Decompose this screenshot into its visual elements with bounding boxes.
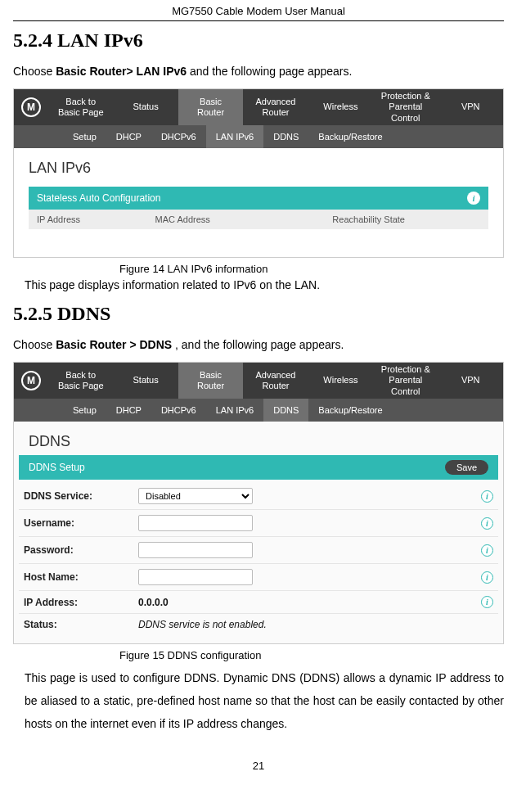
topnav-wireless[interactable]: Wireless [308, 363, 373, 399]
save-button[interactable]: Save [445, 460, 488, 475]
info-icon[interactable]: i [467, 192, 480, 205]
section-heading-ddns: 5.2.5 DDNS [13, 303, 504, 325]
screenshot-ddns: M Back toBasic Page Status BasicRouter A… [13, 362, 504, 644]
topnav-back[interactable]: Back toBasic Page [48, 89, 113, 125]
header-rule [13, 20, 504, 21]
topnav-wireless[interactable]: Wireless [308, 89, 373, 125]
subnav-backup[interactable]: Backup/Restore [308, 125, 392, 148]
info-icon[interactable]: i [481, 544, 493, 557]
topnav-vpn[interactable]: VPN [438, 89, 503, 125]
col-mac: MAC Address [155, 214, 333, 224]
nav-line1: VPN [461, 375, 480, 386]
logo-cell[interactable]: M [14, 363, 48, 399]
section-heading-lanipv6: 5.2.4 LAN IPv6 [13, 29, 504, 52]
ddns-setup-header: DDNS Setup Save [19, 455, 498, 480]
nav-line1: Back to [65, 97, 96, 107]
nav-line1: Advanced [256, 97, 296, 107]
row-ipaddress: IP Address: 0.0.0.0 i [19, 591, 498, 614]
nav-line1: VPN [461, 102, 480, 112]
intro-text: Choose [13, 65, 56, 78]
row-hostname: Host Name: i [19, 564, 498, 591]
label-username: Username: [24, 517, 138, 529]
subnav-backup[interactable]: Backup/Restore [308, 399, 392, 422]
subnav-lanipv6[interactable]: LAN IPv6 [206, 399, 263, 422]
subnav-setup[interactable]: Setup [63, 125, 106, 148]
password-input[interactable] [138, 542, 253, 558]
topnav-advanced-router[interactable]: AdvancedRouter [243, 363, 308, 399]
nav-line1: Protection & [381, 91, 430, 102]
label-hostname: Host Name: [24, 571, 138, 583]
topnav-status[interactable]: Status [113, 89, 178, 125]
row-username: Username: i [19, 510, 498, 537]
username-input[interactable] [138, 515, 253, 531]
row-status: Status: DDNS service is not enabled. [19, 614, 498, 635]
nav-line1: Status [133, 102, 159, 112]
panel-title: DDNS [14, 422, 503, 455]
nav-line1: Back to [65, 370, 96, 381]
info-icon[interactable]: i [481, 571, 493, 584]
topnav-vpn[interactable]: VPN [438, 363, 503, 399]
label-ddns-service: DDNS Service: [24, 490, 138, 502]
figure14-caption: Figure 14 LAN IPv6 information [13, 263, 504, 275]
status-value: DDNS service is not enabled. [138, 619, 267, 630]
intro-text-2: and the following page appears. [187, 65, 352, 78]
section-desc-ddns: This page is used to configure DDNS. Dyn… [13, 666, 504, 735]
empty-row [29, 229, 488, 247]
section-intro-lanipv6: Choose Basic Router> LAN IPv6 and the fo… [13, 63, 504, 80]
topnav-protection[interactable]: Protection &Parental Control [373, 363, 438, 399]
topnav-basic-router[interactable]: BasicRouter [178, 89, 243, 125]
nav-line1: Basic [200, 370, 222, 381]
label-password: Password: [24, 544, 138, 556]
topnav-protection[interactable]: Protection &Parental Control [373, 89, 438, 125]
nav-line1: Wireless [323, 375, 357, 386]
subnav-dhcpv6[interactable]: DHCPv6 [151, 125, 206, 148]
subnav-dhcpv6[interactable]: DHCPv6 [151, 399, 206, 422]
topnav-basic-router[interactable]: BasicRouter [178, 363, 243, 399]
ip-value: 0.0.0.0 [138, 597, 169, 608]
nav-line2: Parental Control [375, 102, 436, 123]
screenshot-lanipv6: M Back toBasic Page Status BasicRouter A… [13, 88, 504, 258]
nav-line2: Basic Page [58, 381, 104, 391]
top-nav: M Back toBasic Page Status BasicRouter A… [14, 89, 503, 125]
label-ipaddress: IP Address: [24, 597, 138, 608]
sub-nav: Setup DHCP DHCPv6 LAN IPv6 DDNS Backup/R… [14, 125, 503, 148]
topnav-back[interactable]: Back toBasic Page [48, 363, 113, 399]
panel: LAN IPv6 Stateless Auto Configuration i … [14, 148, 503, 257]
topnav-advanced-router[interactable]: AdvancedRouter [243, 89, 308, 125]
topnav-status[interactable]: Status [113, 363, 178, 399]
nav-line2: Router [197, 381, 224, 391]
subnav-ddns[interactable]: DDNS [263, 399, 308, 422]
subnav-ddns[interactable]: DDNS [263, 125, 308, 148]
hostname-input[interactable] [138, 569, 253, 585]
panel-title: LAN IPv6 [29, 160, 488, 177]
subnav-dhcp[interactable]: DHCP [106, 399, 151, 422]
doc-header: MG7550 Cable Modem User Manual [13, 0, 504, 20]
band-label: Stateless Auto Configuration [37, 192, 160, 204]
table-header-row: IP Address MAC Address Reachability Stat… [29, 210, 488, 229]
logo-cell[interactable]: M [14, 89, 48, 125]
section-intro-ddns: Choose Basic Router > DDNS , and the fol… [13, 336, 504, 354]
info-icon[interactable]: i [481, 517, 493, 530]
config-band-header: Stateless Auto Configuration i [29, 187, 488, 210]
nav-line2: Basic Page [58, 107, 104, 118]
top-nav: M Back toBasic Page Status BasicRouter A… [14, 363, 503, 399]
subnav-setup[interactable]: Setup [63, 399, 106, 422]
intro-text: Choose [13, 338, 56, 351]
ddns-service-select[interactable]: Disabled [138, 488, 253, 504]
nav-line1: Wireless [323, 102, 357, 112]
row-ddns-service: DDNS Service: Disabled i [19, 483, 498, 510]
nav-line2: Parental Control [375, 375, 436, 396]
intro-path: Basic Router> LAN IPv6 [56, 65, 187, 78]
motorola-logo-icon: M [21, 371, 41, 390]
row-password: Password: i [19, 537, 498, 564]
subnav-dhcp[interactable]: DHCP [106, 125, 151, 148]
info-icon[interactable]: i [481, 490, 493, 503]
setup-header-label: DDNS Setup [29, 462, 85, 473]
subnav-lanipv6[interactable]: LAN IPv6 [206, 125, 263, 148]
label-status: Status: [24, 619, 138, 630]
col-reach: Reachability State [332, 214, 480, 224]
section-desc-lanipv6: This page displays information related t… [13, 278, 504, 291]
nav-line1: Protection & [381, 364, 430, 375]
info-icon[interactable]: i [481, 596, 493, 608]
ddns-form: DDNS Service: Disabled i Username: i Pas… [14, 480, 503, 643]
